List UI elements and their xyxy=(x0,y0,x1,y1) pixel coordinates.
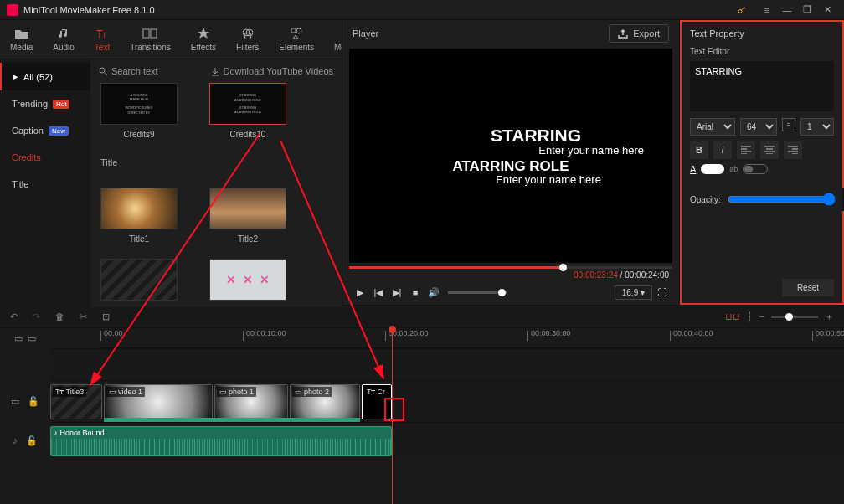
preview-role: ATARRING ROLE xyxy=(349,158,672,175)
bold-button[interactable]: B xyxy=(690,141,708,159)
filters-icon xyxy=(240,27,255,40)
text-property-header: Text Property xyxy=(690,28,834,39)
thumb-credits9[interactable]: A GRUNGEMADE FILMWORDPICTURESDIRECTED BY… xyxy=(99,83,179,139)
preview-name2: Enter your name here xyxy=(425,173,672,186)
svg-point-12 xyxy=(100,68,105,73)
lock-icon[interactable]: 🔓 xyxy=(28,396,39,407)
tab-media[interactable]: Media xyxy=(10,27,33,52)
line-height-select[interactable]: 1 xyxy=(800,118,834,136)
play-button[interactable]: ▶ xyxy=(351,287,369,298)
magnet-icon[interactable]: ⊔⊔ xyxy=(725,311,740,322)
export-button[interactable]: Export xyxy=(609,24,669,43)
thumb-extra2[interactable]: ✕✕✕ xyxy=(208,259,288,301)
minimize-button[interactable]: — xyxy=(777,5,797,15)
music-icon xyxy=(56,27,71,40)
align-left-button[interactable] xyxy=(737,141,755,159)
clip-photo1[interactable]: ▭photo 1 xyxy=(214,384,288,419)
lock-icon[interactable]: 🔓 xyxy=(26,435,38,446)
preview-area: STARRING Enter your name here ATARRING R… xyxy=(349,49,672,263)
delete-button[interactable]: 🗑 xyxy=(55,311,64,321)
next-button[interactable]: ▶| xyxy=(388,287,406,298)
prev-button[interactable]: |◀ xyxy=(369,287,388,298)
export-icon xyxy=(618,28,628,39)
scrub-bar[interactable] xyxy=(349,266,672,269)
svg-point-0 xyxy=(738,9,742,13)
align-center-button[interactable] xyxy=(760,141,779,159)
effects-icon xyxy=(196,27,211,40)
svg-rect-4 xyxy=(151,29,157,38)
transitions-icon xyxy=(142,27,157,40)
redo-button[interactable]: ↷ xyxy=(33,311,40,322)
thumb-credits10[interactable]: STARRINGATARRING ROLESTARRINGATARRING RO… xyxy=(208,83,288,139)
reset-button[interactable]: Reset xyxy=(782,279,834,296)
clip-photo2[interactable]: ▭photo 2 xyxy=(290,384,360,419)
clip-video1[interactable]: ▭video 1 xyxy=(104,384,213,419)
fullscreen-button[interactable]: ⛶ xyxy=(652,287,671,297)
app-title: MiniTool MovieMaker Free 8.1.0 xyxy=(23,5,737,15)
tab-transitions[interactable]: Transitions xyxy=(130,27,171,52)
volume-icon[interactable]: 🔊 xyxy=(425,287,443,298)
tab-filters[interactable]: Filters xyxy=(236,27,259,52)
volume-slider[interactable] xyxy=(448,291,507,294)
track-expand-icon[interactable]: ▭ xyxy=(28,333,36,344)
category-trending[interactable]: TrendingHot xyxy=(0,90,90,117)
playhead[interactable] xyxy=(392,328,393,504)
zoom-in-button[interactable]: ＋ xyxy=(825,311,834,323)
split-button[interactable]: ✂ xyxy=(80,311,87,322)
category-caption[interactable]: CaptionNew xyxy=(0,117,90,144)
thumb-title1[interactable]: Title1 xyxy=(99,188,179,244)
menu-icon[interactable]: ≡ xyxy=(757,5,777,15)
folder-icon xyxy=(14,27,29,40)
timeline-ruler[interactable]: 00:00 00:00:10:00 00:00:20:00 00:00:30:0… xyxy=(100,328,844,348)
italic-button[interactable]: I xyxy=(713,141,732,159)
titlebar: MiniTool MovieMaker Free 8.1.0 ≡ — ❐ ✕ xyxy=(0,0,844,20)
search-icon xyxy=(99,67,108,76)
crop-button[interactable]: ⊡ xyxy=(102,311,110,322)
maximize-button[interactable]: ❐ xyxy=(797,4,817,15)
tab-effects[interactable]: Effects xyxy=(191,27,216,52)
video-track-icon: ▭ xyxy=(11,396,19,407)
clip-title3[interactable]: TᴛTitle3 xyxy=(50,384,102,419)
category-credits[interactable]: Credits xyxy=(0,144,90,171)
opacity-slider[interactable] xyxy=(728,193,836,206)
thumbnail-area: Search text Download YouTube Videos A GR… xyxy=(90,59,342,307)
tab-audio[interactable]: Audio xyxy=(53,27,75,52)
zoom-out-button[interactable]: − xyxy=(759,311,764,321)
zoom-slider[interactable] xyxy=(771,316,818,318)
music-icon: ♪ xyxy=(54,429,58,437)
category-all[interactable]: ▸ All (52) xyxy=(0,63,90,90)
current-time: 00:00:23:24 xyxy=(574,270,618,280)
tab-text[interactable]: TTText xyxy=(95,27,110,52)
opacity-label: Opacity: xyxy=(690,195,721,204)
font-size-select[interactable]: 64 xyxy=(740,118,777,136)
key-icon[interactable] xyxy=(737,5,757,15)
highlight-toggle[interactable] xyxy=(743,164,768,174)
font-color-icon[interactable]: A xyxy=(690,164,696,174)
category-title[interactable]: Title xyxy=(0,171,90,198)
tab-elements[interactable]: Elements xyxy=(279,27,314,52)
library-tabbar: Media Audio TTText Transitions Effects F… xyxy=(0,20,342,59)
text-content-input[interactable]: STARRING xyxy=(690,61,834,111)
thumb-title2[interactable]: Title2 xyxy=(208,188,288,244)
clip-honor-bound[interactable]: ♪Honor Bound xyxy=(50,426,392,456)
align-right-button[interactable] xyxy=(784,141,802,159)
font-family-select[interactable]: Arial xyxy=(690,118,735,136)
marker-icon[interactable]: ┆ xyxy=(747,311,753,322)
audio-track: ♪🔓 ♪Honor Bound xyxy=(0,422,844,459)
download-icon xyxy=(211,67,220,76)
search-text[interactable]: Search text xyxy=(99,66,158,76)
close-button[interactable]: ✕ xyxy=(817,4,837,15)
app-logo xyxy=(7,4,18,16)
thumb-extra1[interactable] xyxy=(99,259,179,301)
aspect-ratio[interactable]: 16:9 ▾ xyxy=(615,285,652,300)
undo-button[interactable]: ↶ xyxy=(10,311,18,322)
stop-button[interactable]: ■ xyxy=(406,287,425,297)
download-youtube[interactable]: Download YouTube Videos xyxy=(211,66,334,76)
player-panel: Player Export STARRING Enter your name h… xyxy=(342,20,680,305)
text-editor-label: Text Editor xyxy=(690,47,834,56)
track-collapse-icon[interactable]: ▭ xyxy=(14,333,23,344)
audio-track-icon: ♪ xyxy=(13,435,18,445)
font-color-swatch[interactable] xyxy=(701,164,724,174)
timeline-toolbar: ↶ ↷ 🗑 ✂ ⊡ ⊔⊔ ┆ − ＋ xyxy=(0,305,844,328)
clip-credits[interactable]: TᴛCr xyxy=(362,384,392,419)
